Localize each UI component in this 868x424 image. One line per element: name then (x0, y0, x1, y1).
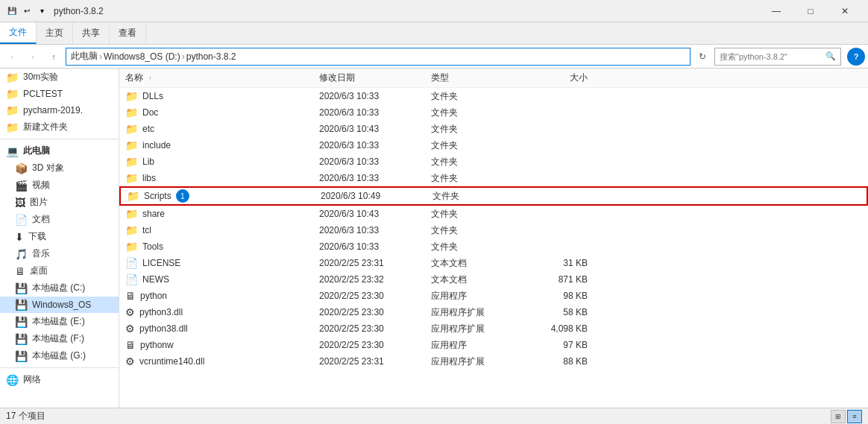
sidebar-item-pycharm[interactable]: 📁 pycharm-2019. (0, 102, 119, 118)
drive-icon: 💾 (15, 316, 28, 328)
table-row[interactable]: 📁 etc 2020/6/3 10:43 文件夹 (119, 121, 868, 137)
file-type-label: 文件夹 (431, 172, 528, 185)
forward-button[interactable]: › (24, 48, 42, 66)
table-row[interactable]: 📄 NEWS 2020/2/25 23:32 文本文档 871 KB (119, 271, 868, 288)
col-date-header[interactable]: 修改日期 (319, 72, 431, 84)
folder-icon: 📁 (127, 190, 139, 202)
sidebar-label: 音乐 (32, 247, 50, 260)
file-type-label: 文本文档 (431, 273, 528, 286)
sidebar-item-music[interactable]: 🎵 音乐 (0, 245, 119, 262)
file-name: Doc (142, 107, 158, 118)
folder-icon: 📁 (125, 208, 138, 220)
file-name-cell: 📁 Scripts 1 (127, 189, 321, 203)
table-row[interactable]: 📁 include 2020/6/3 10:33 文件夹 (119, 137, 868, 154)
search-input[interactable] (720, 52, 825, 61)
sidebar: 📁 30m实验 📁 PCLTEST 📁 pycharm-2019. 📁 新建文件… (0, 69, 119, 408)
sidebar-item-drive-f[interactable]: 💾 本地磁盘 (F:) (0, 330, 119, 347)
file-name-cell: 📄 NEWS (125, 273, 319, 285)
dropdown-icon[interactable]: ▾ (36, 5, 48, 17)
file-type-icon: 📁 (125, 208, 138, 220)
table-row[interactable]: ⚙ python38.dll 2020/2/25 23:30 应用程序扩展 4,… (119, 320, 868, 337)
list-view-button[interactable]: ≡ (847, 410, 862, 423)
tab-share[interactable]: 共享 (73, 22, 110, 44)
file-name-cell: ⚙ python38.dll (125, 323, 319, 335)
sidebar-item-pcltest[interactable]: 📁 PCLTEST (0, 86, 119, 102)
drive-icon: 💾 (15, 350, 28, 362)
sidebar-item-network[interactable]: 🌐 网络 (0, 371, 119, 388)
close-button[interactable]: ✕ (828, 0, 862, 22)
file-type-icon: 📁 (125, 241, 138, 253)
table-row[interactable]: ⚙ python3.dll 2020/2/25 23:30 应用程序扩展 58 … (119, 304, 868, 320)
col-name-header[interactable]: 名称 ↑ (125, 72, 319, 84)
table-row[interactable]: 📁 Scripts 1 2020/6/3 10:49 文件夹 (119, 186, 868, 206)
folder-icon: 📁 (6, 121, 19, 133)
drive-icon: 💾 (15, 333, 28, 345)
file-name: Tools (142, 241, 163, 252)
file-type-label: 文件夹 (431, 208, 528, 221)
file-date: 2020/6/3 10:33 (319, 140, 431, 151)
sidebar-item-pictures[interactable]: 🖼 图片 (0, 194, 119, 211)
tab-file-label: 文件 (9, 26, 27, 39)
grid-view-button[interactable]: ⊞ (831, 410, 846, 423)
maximize-button[interactable]: □ (793, 0, 828, 22)
table-row[interactable]: ⚙ vcruntime140.dll 2020/2/25 23:31 应用程序扩… (119, 353, 868, 370)
sidebar-item-drive-g[interactable]: 💾 本地磁盘 (G:) (0, 347, 119, 364)
up-button[interactable]: ↑ (45, 48, 63, 66)
path-computer: 此电脑 (71, 50, 98, 63)
table-row[interactable]: 🖥 pythonw 2020/2/25 23:30 应用程序 97 KB (119, 337, 868, 353)
file-name: python (140, 291, 167, 301)
table-row[interactable]: 🖥 python 2020/2/25 23:30 应用程序 98 KB (119, 288, 868, 304)
sidebar-item-drive-d[interactable]: 💾 Windows8_OS (0, 297, 119, 313)
sidebar-item-newfolder[interactable]: 📁 新建文件夹 (0, 118, 119, 136)
sidebar-item-downloads[interactable]: ⬇ 下载 (0, 228, 119, 245)
ribbon: 文件 主页 共享 查看 (0, 22, 868, 45)
sidebar-item-computer[interactable]: 💻 此电脑 (0, 142, 119, 159)
search-icon: 🔍 (825, 51, 836, 61)
badge: 1 (176, 189, 189, 203)
file-name: DLLs (142, 91, 163, 101)
table-row[interactable]: 📁 DLLs 2020/6/3 10:33 文件夹 (119, 88, 868, 104)
table-row[interactable]: 📁 Tools 2020/6/3 10:33 文件夹 (119, 238, 868, 255)
tab-home[interactable]: 主页 (37, 22, 73, 44)
minimize-button[interactable]: — (759, 0, 793, 22)
save-icon[interactable]: 💾 (6, 5, 18, 17)
sidebar-item-30m[interactable]: 📁 30m实验 (0, 69, 119, 86)
download-icon: ⬇ (15, 231, 24, 243)
table-row[interactable]: 📁 libs 2020/6/3 10:33 文件夹 (119, 170, 868, 186)
file-type-icon: 📁 (125, 172, 138, 184)
file-type-icon: 📁 (125, 107, 138, 118)
sidebar-label: 文档 (32, 213, 50, 226)
file-type-icon: 🖥 (125, 339, 136, 351)
table-row[interactable]: 📁 tcl 2020/6/3 10:33 文件夹 (119, 222, 868, 238)
undo-icon[interactable]: ↩ (21, 5, 33, 17)
objects-icon: 📦 (15, 162, 28, 174)
col-size-header[interactable]: 大小 (528, 72, 588, 84)
table-row[interactable]: 📁 share 2020/6/3 10:43 文件夹 (119, 206, 868, 222)
table-row[interactable]: 📁 Doc 2020/6/3 10:33 文件夹 (119, 104, 868, 121)
folder-icon: 📁 (125, 107, 138, 118)
table-row[interactable]: 📄 LICENSE 2020/2/25 23:31 文本文档 31 KB (119, 255, 868, 271)
col-type-header[interactable]: 类型 (431, 72, 528, 84)
sidebar-item-video[interactable]: 🎬 视频 (0, 177, 119, 194)
folder-icon: 📁 (125, 90, 138, 102)
sidebar-item-drive-e[interactable]: 💾 本地磁盘 (E:) (0, 313, 119, 330)
sidebar-item-3d[interactable]: 📦 3D 对象 (0, 159, 119, 177)
back-button[interactable]: ‹ (3, 48, 21, 66)
file-name: LICENSE (142, 258, 180, 268)
sidebar-item-drive-c[interactable]: 💾 本地磁盘 (C:) (0, 279, 119, 297)
search-box[interactable]: 🔍 (714, 48, 841, 66)
file-type-label: 文件夹 (431, 90, 528, 103)
sidebar-item-docs[interactable]: 📄 文档 (0, 211, 119, 228)
address-path[interactable]: 此电脑 › Windows8_OS (D:) › python-3.8.2 (66, 48, 691, 66)
folder-icon: 📁 (125, 156, 138, 168)
computer-icon: 💻 (6, 145, 19, 157)
refresh-button[interactable]: ↻ (694, 48, 711, 66)
file-name: etc (142, 124, 154, 134)
help-button[interactable]: ? (847, 48, 865, 66)
tab-file[interactable]: 文件 (0, 22, 37, 44)
table-row[interactable]: 📁 Lib 2020/6/3 10:33 文件夹 (119, 154, 868, 170)
tab-view[interactable]: 查看 (110, 22, 146, 44)
file-name: NEWS (142, 274, 169, 285)
file-name: python38.dll (139, 323, 188, 334)
sidebar-item-desktop[interactable]: 🖥 桌面 (0, 262, 119, 279)
